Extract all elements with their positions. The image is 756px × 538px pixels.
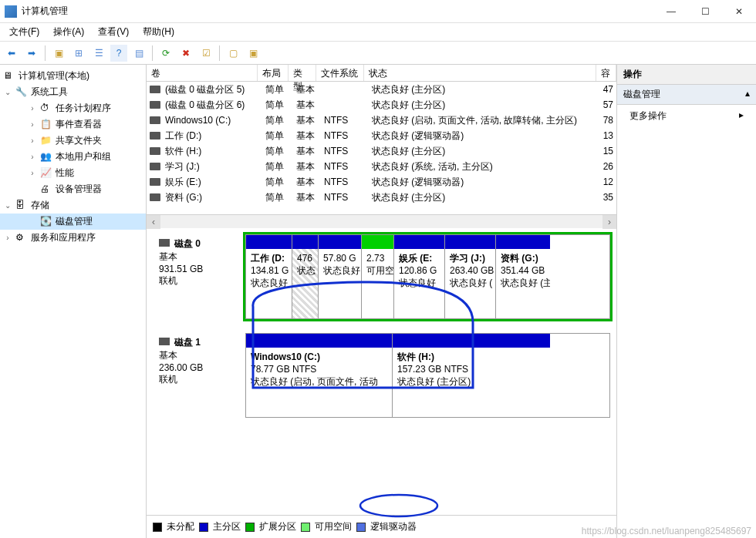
chevron-right-icon: ▸ <box>739 109 744 123</box>
legend: 未分配 主分区 扩展分区 可用空间 逻辑驱动器 <box>147 515 616 538</box>
col-type[interactable]: 类型 <box>289 65 316 81</box>
tree-disk-management[interactable]: 💽磁盘管理 <box>0 214 146 230</box>
tree-services[interactable]: ›⚙服务和应用程序 <box>0 230 146 246</box>
title-bar: 计算机管理 — ☐ ✕ <box>0 0 756 23</box>
col-layout[interactable]: 布局 <box>258 65 289 81</box>
collapse-icon: ▴ <box>745 88 750 101</box>
partition-header <box>496 235 550 249</box>
volume-icon <box>150 147 160 155</box>
menu-view[interactable]: 查看(V) <box>92 24 135 40</box>
volume-list: (磁盘 0 磁盘分区 5) 简单 基本 状态良好 (主分区) 47 (磁盘 0 … <box>147 82 616 214</box>
share-icon: 📁 <box>40 135 52 147</box>
partition[interactable]: 476状态 <box>292 235 319 318</box>
partition-header <box>394 235 444 249</box>
volume-row[interactable]: 学习 (J:) 简单 基本 NTFS 状态良好 (系统, 活动, 主分区) 26 <box>147 159 616 174</box>
partition[interactable]: 资料 (G:)351.44 GB状态良好 (主 <box>496 235 550 318</box>
scroll-right-icon[interactable]: › <box>602 215 616 229</box>
app-icon <box>5 5 17 18</box>
refresh-icon[interactable]: ⟳ <box>157 45 174 62</box>
tree-task-scheduler[interactable]: ›⏱任务计划程序 <box>0 100 146 116</box>
partition[interactable]: Windows10 (C:)78.77 GB NTFS状态良好 (启动, 页面文… <box>246 334 393 417</box>
menu-help[interactable]: 帮助(H) <box>137 24 181 40</box>
volume-row[interactable]: 娱乐 (E:) 简单 基本 NTFS 状态良好 (逻辑驱动器) 12 <box>147 174 616 190</box>
tree-device-manager[interactable]: 🖨设备管理器 <box>0 181 146 197</box>
volume-icon <box>150 193 160 201</box>
actions-more[interactable]: 更多操作▸ <box>617 105 756 127</box>
menu-file[interactable]: 文件(F) <box>3 24 46 40</box>
disk-icon <box>159 338 170 345</box>
actions-title: 操作 <box>617 65 756 85</box>
tree-storage[interactable]: ⌄🗄存储 <box>0 197 146 214</box>
menu-action[interactable]: 操作(A) <box>47 24 90 40</box>
wrench-icon: 🔧 <box>15 86 28 99</box>
actions-section[interactable]: 磁盘管理▴ <box>617 85 756 105</box>
menu-bar: 文件(F) 操作(A) 查看(V) 帮助(H) <box>0 23 756 42</box>
scroll-left-icon[interactable]: ‹ <box>147 215 160 229</box>
volume-row[interactable]: (磁盘 0 磁盘分区 6) 简单 基本 状态良好 (主分区) 57 <box>147 97 616 113</box>
open-icon[interactable]: ▣ <box>245 45 262 62</box>
device-icon: 🖨 <box>40 183 52 196</box>
col-filesystem[interactable]: 文件系统 <box>316 65 364 81</box>
partitions: 工作 (D:134.81 G状态良好 476状态 57.80 G状态良好 2.7… <box>245 234 610 319</box>
swatch-logical <box>356 523 366 532</box>
volume-row[interactable]: 资料 (G:) 简单 基本 NTFS 状态良好 (主分区) 35 <box>147 190 616 205</box>
disk-row: 磁盘 0 基本931.51 GB联机 工作 (D:134.81 G状态良好 47… <box>153 234 610 319</box>
partition[interactable]: 娱乐 (E:120.86 G状态良好 <box>394 235 445 318</box>
delete-icon[interactable]: ✖ <box>177 45 194 62</box>
event-icon: 📋 <box>40 119 52 131</box>
col-volume[interactable]: 卷 <box>147 65 258 81</box>
volume-icon <box>150 86 160 93</box>
volume-row[interactable]: 软件 (H:) 简单 基本 NTFS 状态良好 (主分区) 15 <box>147 143 616 159</box>
computer-icon: 🖥 <box>3 70 15 82</box>
volume-icon <box>150 163 160 170</box>
swatch-extended <box>245 523 255 532</box>
tree-event-viewer[interactable]: ›📋事件查看器 <box>0 116 146 133</box>
disk-icon: 💽 <box>40 216 52 228</box>
storage-icon: 🗄 <box>15 200 28 212</box>
list-icon[interactable]: ▤ <box>130 45 147 62</box>
tree-performance[interactable]: ›📈性能 <box>0 165 146 181</box>
partition[interactable]: 工作 (D:134.81 G状态良好 <box>246 235 292 318</box>
partition[interactable]: 软件 (H:)157.23 GB NTFS状态良好 (主分区) <box>393 334 550 417</box>
partition-header <box>445 235 495 249</box>
forward-icon[interactable]: ➡ <box>23 45 40 62</box>
tree-local-users[interactable]: ›👥本地用户和组 <box>0 149 146 165</box>
swatch-primary <box>199 523 208 532</box>
close-button[interactable]: ✕ <box>722 0 756 23</box>
disk-info[interactable]: 磁盘 1 基本236.00 GB联机 <box>153 333 245 418</box>
main-area: 🖥计算机管理(本地) ⌄🔧系统工具 ›⏱任务计划程序 ›📋事件查看器 ›📁共享文… <box>0 65 756 538</box>
swatch-unallocated <box>153 523 162 532</box>
properties-icon[interactable]: ☰ <box>90 45 107 62</box>
tree-root[interactable]: 🖥计算机管理(本地) <box>0 68 146 84</box>
maximize-button[interactable]: ☐ <box>688 0 722 23</box>
perf-icon: 📈 <box>40 167 52 180</box>
disk-icon <box>159 239 170 247</box>
h-scrollbar[interactable]: ‹ › <box>147 214 616 228</box>
new-icon[interactable]: ▢ <box>224 45 241 62</box>
volume-row[interactable]: Windows10 (C:) 简单 基本 NTFS 状态良好 (启动, 页面文件… <box>147 113 616 128</box>
volume-icon <box>150 101 160 109</box>
col-status[interactable]: 状态 <box>364 65 596 81</box>
check-icon[interactable]: ☑ <box>197 45 214 62</box>
partition[interactable]: 57.80 G状态良好 <box>319 235 362 318</box>
disk-info[interactable]: 磁盘 0 基本931.51 GB联机 <box>153 234 245 319</box>
partition[interactable]: 2.73可用空 <box>362 235 394 318</box>
clock-icon: ⏱ <box>40 103 52 115</box>
volume-row[interactable]: 工作 (D:) 简单 基本 NTFS 状态良好 (逻辑驱动器) 13 <box>147 128 616 143</box>
volume-icon <box>150 178 160 186</box>
partition-header <box>393 334 550 348</box>
folder-icon[interactable]: ▣ <box>50 45 67 62</box>
partition[interactable]: 学习 (J:)263.40 GB状态良好 ( <box>445 235 496 318</box>
tree-system-tools[interactable]: ⌄🔧系统工具 <box>0 84 146 100</box>
volume-row[interactable]: (磁盘 0 磁盘分区 5) 简单 基本 状态良好 (主分区) 47 <box>147 82 616 97</box>
back-icon[interactable]: ⬅ <box>3 45 20 62</box>
minimize-button[interactable]: — <box>654 0 688 23</box>
volume-icon <box>150 116 160 124</box>
disk-row: 磁盘 1 基本236.00 GB联机 Windows10 (C:)78.77 G… <box>153 333 610 418</box>
tree-shared-folders[interactable]: ›📁共享文件夹 <box>0 133 146 149</box>
view-icon[interactable]: ⊞ <box>70 45 87 62</box>
volume-icon <box>150 132 160 140</box>
actions-pane: 操作 磁盘管理▴ 更多操作▸ <box>617 65 756 538</box>
help-icon[interactable]: ? <box>110 45 127 62</box>
col-capacity[interactable]: 容 <box>596 65 616 81</box>
